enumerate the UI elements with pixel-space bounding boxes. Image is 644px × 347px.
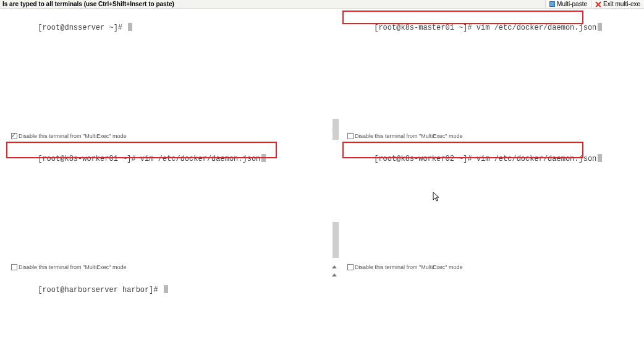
cursor-icon — [261, 154, 266, 162]
scroll-up-icon[interactable] — [332, 273, 337, 276]
disable-label: Disable this terminal from "MultiExec" m… — [355, 264, 462, 270]
terminal-pane-dnsserver[interactable]: [root@dnsserver ~]# Disable this termina… — [6, 9, 337, 140]
terminal-grid: [root@dnsserver ~]# Disable this termina… — [6, 9, 644, 347]
terminal-output[interactable]: [root@k8s-worker02 ~]# vim /etc/docker/d… — [342, 140, 644, 176]
multi-paste-label: Multi-paste — [557, 1, 587, 7]
cursor-icon — [164, 285, 168, 293]
multi-paste-icon — [549, 1, 555, 7]
disable-multiexec-checkbox[interactable]: Disable this terminal from "MultiExec" m… — [11, 133, 126, 139]
cursor-icon — [598, 154, 602, 162]
checkbox-icon[interactable] — [347, 133, 354, 139]
shell-prompt: [root@harborserver harbor]# — [38, 286, 163, 294]
shell-prompt: [root@k8s-worker02 ~]# — [374, 155, 477, 163]
scrollbar-thumb[interactable] — [333, 222, 339, 258]
terminal-pane-k8s-worker01[interactable]: [root@k8s-worker01 ~]# vim /etc/docker/d… — [6, 140, 337, 271]
scrollbar-thumb[interactable] — [333, 119, 339, 140]
topbar-buttons: Multi-paste Exit multi-exe — [545, 0, 644, 8]
shell-command: vim /etc/docker/daemon.json — [477, 155, 596, 163]
disable-multiexec-checkbox[interactable]: Disable this terminal from "MultiExec" m… — [347, 264, 462, 270]
checkbox-icon[interactable] — [11, 133, 17, 139]
shell-prompt: [root@dnsserver ~]# — [38, 24, 127, 32]
terminal-output[interactable]: [root@dnsserver ~]# — [6, 9, 337, 45]
terminal-output[interactable]: [root@k8s-master01 ~]# vim /etc/docker/d… — [342, 9, 644, 45]
top-info-bar: ls are typed to all terminals (use Ctrl+… — [0, 0, 644, 9]
checkbox-icon[interactable] — [11, 264, 17, 270]
typing-hint-text: ls are typed to all terminals (use Ctrl+… — [2, 1, 174, 7]
terminal-pane-k8s-worker02[interactable]: [root@k8s-worker02 ~]# vim /etc/docker/d… — [342, 140, 644, 271]
terminal-output[interactable]: [root@harborserver harbor]# — [6, 271, 337, 307]
close-icon — [595, 1, 601, 7]
shell-command: vim /etc/docker/daemon.json — [477, 24, 596, 32]
shell-prompt: [root@k8s-worker01 ~]# — [38, 155, 140, 163]
shell-prompt: [root@k8s-master01 ~]# — [374, 24, 477, 32]
scroll-up-icon[interactable] — [332, 265, 337, 268]
cursor-icon — [598, 23, 602, 31]
disable-label: Disable this terminal from "MultiExec" m… — [19, 264, 126, 270]
disable-label: Disable this terminal from "MultiExec" m… — [355, 133, 462, 139]
terminal-pane-k8s-master01[interactable]: [root@k8s-master01 ~]# vim /etc/docker/d… — [342, 9, 644, 140]
terminal-output[interactable]: [root@k8s-worker01 ~]# vim /etc/docker/d… — [6, 140, 337, 176]
disable-multiexec-checkbox[interactable]: Disable this terminal from "MultiExec" m… — [11, 264, 126, 270]
checkbox-icon[interactable] — [347, 264, 354, 270]
exit-multiexec-label: Exit multi-exe — [603, 1, 640, 7]
multi-paste-button[interactable]: Multi-paste — [545, 0, 591, 8]
terminal-pane-harborserver[interactable]: [root@harborserver harbor]# — [6, 271, 337, 347]
exit-multiexec-button[interactable]: Exit multi-exe — [591, 0, 644, 8]
cursor-icon — [128, 23, 132, 31]
disable-multiexec-checkbox[interactable]: Disable this terminal from "MultiExec" m… — [347, 133, 462, 139]
disable-label: Disable this terminal from "MultiExec" m… — [19, 133, 126, 139]
shell-command: vim /etc/docker/daemon.json — [140, 155, 260, 163]
